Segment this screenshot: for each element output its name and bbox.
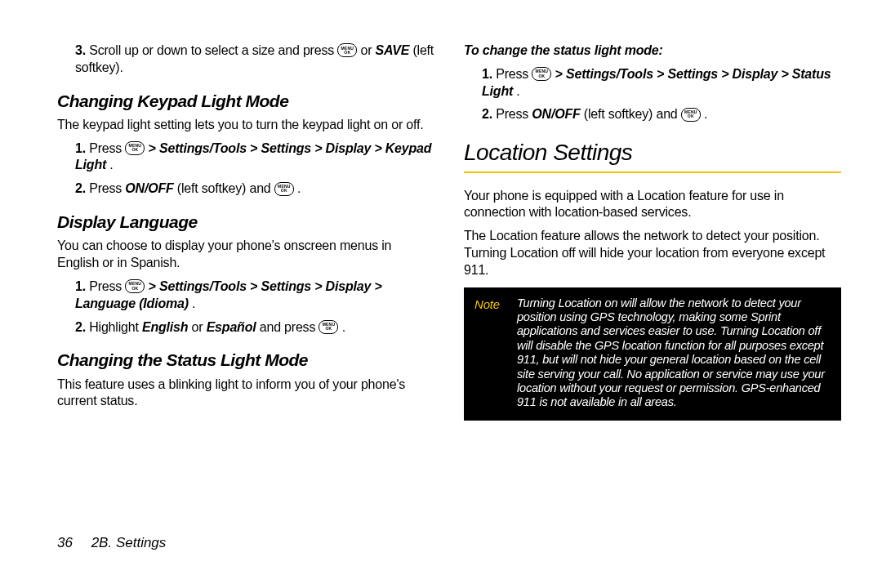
list-item: 3. Scroll up or down to select a size an… bbox=[72, 42, 434, 77]
step-number: 1. bbox=[75, 279, 86, 293]
list-item: 2. Highlight English or Español and pres… bbox=[72, 319, 434, 336]
page-number: 36 bbox=[57, 535, 73, 550]
right-column: To change the status light mode: 1. Pres… bbox=[464, 42, 841, 474]
menu-ok-icon: MENUOK bbox=[532, 67, 551, 81]
heading-location-settings: Location Settings bbox=[464, 138, 841, 167]
step-number: 3. bbox=[75, 43, 86, 57]
paragraph: This feature uses a blinking light to in… bbox=[57, 376, 434, 411]
text: Scroll up or down to select a size and p… bbox=[89, 43, 337, 57]
menu-ok-icon: MENUOK bbox=[681, 108, 701, 122]
text: Press bbox=[89, 141, 125, 155]
text: Press bbox=[496, 67, 532, 81]
step-number: 1. bbox=[75, 141, 86, 155]
menu-ok-icon: MENUOK bbox=[274, 182, 294, 196]
softkey-label: ON/OFF bbox=[532, 107, 580, 121]
text: (left softkey) and bbox=[177, 181, 274, 195]
softkey-label: SAVE bbox=[376, 43, 410, 57]
option: English bbox=[142, 320, 188, 334]
language-steps: 1. Press MENUOK > Settings/Tools > Setti… bbox=[57, 278, 434, 336]
softkey-label: ON/OFF bbox=[125, 181, 173, 195]
paragraph: The keypad light setting lets you to tur… bbox=[57, 117, 434, 134]
list-item: 1. Press MENUOK > Settings/Tools > Setti… bbox=[72, 140, 434, 175]
list-item: 1. Press MENUOK > Settings/Tools > Setti… bbox=[479, 66, 841, 100]
step-number: 1. bbox=[482, 67, 492, 81]
paragraph: Your phone is equipped with a Location f… bbox=[464, 188, 841, 222]
text: or bbox=[361, 43, 376, 57]
text: Highlight bbox=[89, 320, 142, 334]
text: (left softkey) and bbox=[584, 107, 681, 121]
menu-ok-icon: MENUOK bbox=[318, 320, 338, 334]
status-light-steps: 1. Press MENUOK > Settings/Tools > Setti… bbox=[464, 66, 841, 123]
menu-ok-icon: MENUOK bbox=[337, 43, 357, 57]
paragraph: You can choose to display your phone's o… bbox=[57, 238, 434, 272]
text: Press bbox=[89, 279, 125, 293]
section-title: 2B. Settings bbox=[91, 535, 167, 550]
list-item: 2. Press ON/OFF (left softkey) and MENUO… bbox=[479, 106, 841, 123]
heading-status-light: Changing the Status Light Mode bbox=[57, 349, 434, 371]
step-number: 2. bbox=[75, 181, 86, 195]
note-label: Note bbox=[474, 296, 507, 410]
text: and press bbox=[260, 320, 319, 334]
list-item: 2. Press ON/OFF (left softkey) and MENUO… bbox=[72, 180, 434, 198]
page-footer: 36 2B. Settings bbox=[57, 535, 166, 551]
step-number: 2. bbox=[75, 320, 86, 334]
page-body: 3. Scroll up or down to select a size an… bbox=[0, 0, 882, 506]
keypad-steps: 1. Press MENUOK > Settings/Tools > Setti… bbox=[57, 140, 434, 198]
heading-display-language: Display Language bbox=[57, 211, 434, 233]
text: . bbox=[109, 158, 113, 172]
text: Press bbox=[89, 181, 125, 195]
text: Press bbox=[496, 107, 532, 121]
text: . bbox=[704, 107, 707, 121]
left-column: 3. Scroll up or down to select a size an… bbox=[57, 42, 434, 474]
note-box: Note Turning Location on will allow the … bbox=[464, 287, 841, 421]
paragraph: The Location feature allows the network … bbox=[464, 228, 841, 278]
note-text: Turning Location on will allow the netwo… bbox=[517, 296, 831, 410]
option: Español bbox=[207, 320, 256, 334]
text: . bbox=[516, 84, 519, 98]
size-steps-continued: 3. Scroll up or down to select a size an… bbox=[57, 42, 434, 77]
menu-ok-icon: MENUOK bbox=[125, 141, 145, 155]
list-item: 1. Press MENUOK > Settings/Tools > Setti… bbox=[72, 278, 434, 313]
text: . bbox=[342, 320, 345, 334]
heading-keypad-light: Changing Keypad Light Mode bbox=[57, 90, 434, 112]
text: or bbox=[192, 320, 207, 334]
text: . bbox=[297, 181, 301, 195]
text: . bbox=[192, 296, 195, 310]
step-number: 2. bbox=[482, 107, 492, 121]
section-rule bbox=[464, 172, 841, 173]
procedure-lead: To change the status light mode: bbox=[464, 42, 841, 60]
menu-ok-icon: MENUOK bbox=[125, 279, 145, 293]
